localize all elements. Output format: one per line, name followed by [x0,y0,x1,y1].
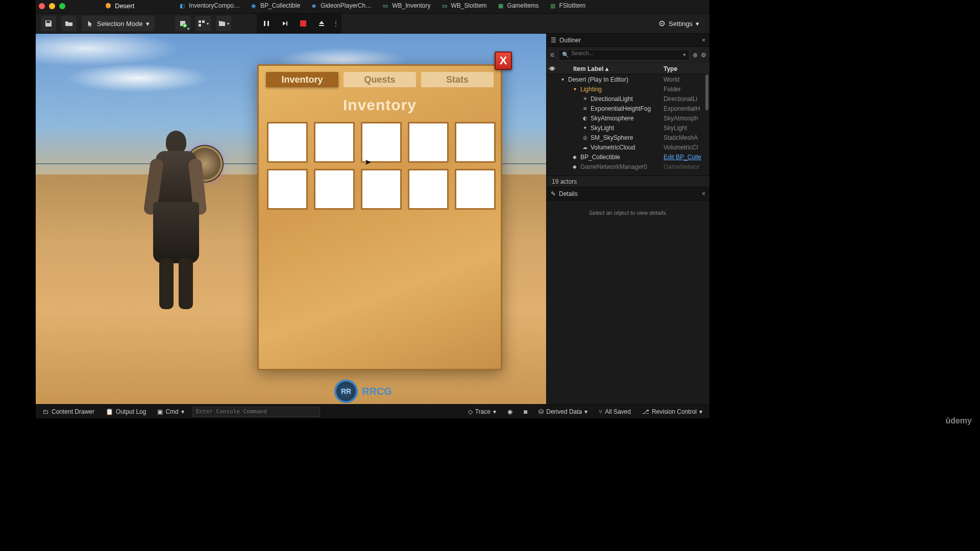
blueprints-dropdown[interactable]: ▾ [195,16,211,31]
close-icon[interactable]: × [702,190,705,197]
console-command-input[interactable] [192,407,320,417]
close-icon[interactable]: × [702,37,705,44]
outliner-row[interactable]: ✦SkyLightSkyLight [547,123,709,133]
inventory-slot[interactable] [361,169,402,210]
stop-button[interactable] [296,16,311,31]
chevron-down-icon: ▾ [181,408,184,415]
eject-button[interactable] [314,16,329,31]
tree-item-label: BP_Collectible [580,154,662,161]
svg-rect-4 [264,21,265,26]
browse-button[interactable] [61,16,77,31]
cinematics-dropdown[interactable]: ▾ [216,16,231,31]
tab-label: WB_SlotItem [451,2,487,9]
inventory-close-button[interactable]: X [495,52,512,70]
column-item-label[interactable]: Item Label ▴ [558,65,664,72]
blueprint-icon: ◉ [250,2,257,9]
svg-rect-2 [202,20,205,23]
main-toolbar: Selection Mode ▾ ▾ ▾ ▾ ⋮ Settings ▾ [36,13,709,34]
output-log-button[interactable]: 📋Output Log [103,406,149,417]
trace-dropdown[interactable]: ◇Trace ▾ [465,406,499,417]
tree-item-icon: ◆ [571,164,578,169]
widget-icon: ▭ [441,2,448,9]
tab-label: GideonPlayerCh… [321,2,372,9]
chevron-down-icon: ▾ [493,408,496,415]
cmd-dropdown[interactable]: ▣Cmd ▾ [154,406,187,417]
tree-item-icon: ☀ [581,96,589,102]
gear-icon[interactable]: ⚙ [701,52,706,59]
inventory-slot[interactable] [455,169,496,210]
outliner-row[interactable]: ◎SM_SkySphereStaticMeshA [547,133,709,142]
play-options-button[interactable]: ⋮ [332,16,339,31]
tree-item-icon: ✦ [581,125,589,131]
widget-icon: ▭ [382,2,389,9]
tab-wb-inventory[interactable]: ▭WB_Inventory [377,0,435,11]
tab-gideon-player[interactable]: ☻GideonPlayerCh… [305,0,377,11]
inventory-slot[interactable] [267,122,308,163]
selection-mode-dropdown[interactable]: Selection Mode ▾ [82,16,155,31]
tree-item-label: DirectionalLight [591,95,662,103]
revision-control-dropdown[interactable]: ⎇Revision Control ▾ [639,406,705,417]
new-folder-icon[interactable]: ⊕ [693,52,698,59]
blueprint-icon: ◧ [179,2,186,9]
inventory-slot[interactable] [361,122,402,163]
chevron-down-icon[interactable]: ▾ [683,52,686,58]
datatable-icon: ▦ [497,2,504,9]
all-saved-indicator[interactable]: ⑂All Saved [596,406,634,417]
close-window-icon[interactable] [39,3,45,9]
scrollbar[interactable] [705,74,708,110]
inventory-slot[interactable] [408,169,449,210]
inventory-slot[interactable] [314,169,355,210]
outliner-tree[interactable]: ▾Desert (Play In Editor)World▾LightingFo… [547,74,709,176]
settings-dropdown[interactable]: Settings ▾ [653,16,704,31]
inventory-slot[interactable] [314,122,355,163]
outliner-row[interactable]: ◆BP_CollectibleEdit BP_Colle [547,152,709,162]
tab-inventory-component[interactable]: ◧InventoryCompo… [174,0,245,11]
settings-label: Settings [669,20,693,28]
tree-item-type: Edit BP_Colle [664,154,709,161]
maximize-window-icon[interactable] [59,3,65,9]
tab-fslotitem[interactable]: ▥FSlotItem [544,0,591,11]
cursor-icon [87,20,94,27]
chevron-down-icon: ▾ [584,408,587,415]
outliner-row[interactable]: ▾Desert (Play In Editor)World [547,74,709,84]
inventory-slot[interactable] [455,122,496,163]
inventory-slot[interactable] [267,169,308,210]
tab-label: InventoryCompo… [189,2,240,9]
derived-data-dropdown[interactable]: ⛁Derived Data ▾ [535,406,591,417]
inventory-tab-inventory[interactable]: Inventory [266,72,338,87]
watermark: RR RRCG [334,379,411,404]
level-viewport[interactable]: X Inventory Quests Stats Inventory ➤ [36,34,546,404]
column-type[interactable]: Type [664,65,709,72]
outliner-row[interactable]: ☁VolumetricCloudVolumetricCl [547,142,709,152]
add-content-button[interactable]: ▾ [175,16,190,31]
save-button[interactable] [41,16,56,31]
pencil-icon: ✎ [551,190,556,197]
outliner-row[interactable]: ▾LightingFolder [547,84,709,94]
capture-button[interactable]: ◙ [521,406,530,417]
tab-label: WB_Inventory [392,2,430,9]
outliner-row[interactable]: ☀DirectionalLightDirectionalLi [547,94,709,104]
tab-bp-collectible[interactable]: ◉BP_Collectible [245,0,305,11]
inventory-slot[interactable] [408,122,449,163]
pause-button[interactable] [259,16,274,31]
minimize-window-icon[interactable] [49,3,55,9]
selection-mode-label: Selection Mode [97,20,143,28]
tab-wb-slotitem[interactable]: ▭WB_SlotItem [436,0,492,11]
eye-toggle[interactable]: ◉ [504,406,516,417]
outliner-row[interactable]: ◆GameNetworkManager0GameNetwor [547,162,709,171]
outliner-search-input[interactable]: 🔍 Search... ▾ [558,49,690,61]
tree-item-type: SkyLight [664,124,709,132]
tab-gameitems[interactable]: ▦GameItems [492,0,544,11]
outliner-row[interactable]: ◐SkyAtmosphereSkyAtmosph [547,113,709,123]
tree-item-label: ExponentialHeightFog [591,105,662,112]
svg-point-10 [662,23,663,24]
outliner-row[interactable]: ≋ExponentialHeightFogExponentialH [547,104,709,113]
inventory-tab-quests[interactable]: Quests [344,72,416,87]
filter-icon[interactable]: ⚟ [550,52,555,59]
inventory-tab-stats[interactable]: Stats [421,72,494,87]
eye-icon[interactable]: 👁 [547,65,558,72]
frame-skip-button[interactable] [277,16,292,31]
status-bar: 🗀Content Drawer 📋Output Log ▣Cmd ▾ ◇Trac… [36,404,709,418]
tree-item-label: GameNetworkManager0 [580,163,662,170]
content-drawer-button[interactable]: 🗀Content Drawer [40,406,97,417]
